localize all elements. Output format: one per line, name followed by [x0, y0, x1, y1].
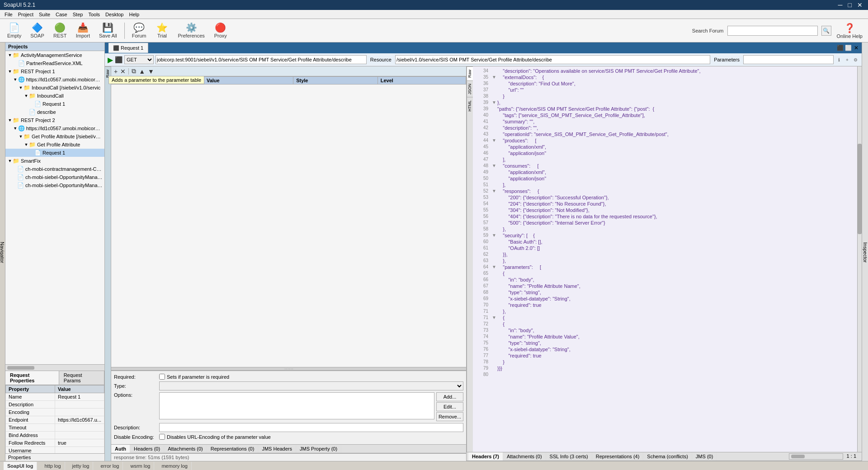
soap-button[interactable]: 🔷 SOAP	[27, 21, 48, 41]
menu-suite[interactable]: Suite	[36, 11, 53, 18]
description-input[interactable]	[159, 423, 463, 432]
log-tab-http[interactable]: http log	[41, 462, 65, 470]
disable-encoding-checkbox[interactable]	[159, 434, 165, 440]
rest-button[interactable]: 🟢 REST	[50, 21, 71, 41]
req-tab-headers[interactable]: Headers (0)	[130, 445, 164, 453]
forum-button[interactable]: 💬 Forum	[128, 21, 150, 41]
options-textarea[interactable]	[159, 392, 434, 419]
inspector-panel[interactable]: Inspector	[862, 42, 868, 461]
log-tab-soapui[interactable]: SoapUI log	[4, 462, 37, 470]
play-button[interactable]: ▶	[108, 56, 113, 64]
tree-toggle[interactable]: ▼	[24, 142, 29, 147]
method-dropdown-wrapper[interactable]: GET POST PUT DELETE	[124, 55, 154, 64]
move-down-button[interactable]: ▼	[147, 68, 155, 75]
trial-button[interactable]: ⭐ Trial	[151, 21, 172, 41]
req-tab-attachments[interactable]: Attachments (0)	[164, 445, 207, 453]
prop-value[interactable]	[55, 432, 104, 439]
clone-param-button[interactable]: ⧉	[131, 67, 137, 75]
tree-toggle[interactable]: ▼	[13, 77, 18, 82]
tree-toggle[interactable]: ▼	[7, 69, 13, 74]
add-param-button[interactable]: +	[113, 68, 118, 75]
resp-attachments-tab[interactable]: Attachments (0)	[503, 452, 546, 461]
online-help-button[interactable]: ❓ Online Help	[835, 21, 864, 41]
resp-tab-html[interactable]: HTML	[467, 97, 473, 114]
tree-toggle[interactable]: ▼	[7, 159, 13, 163]
tree-toggle[interactable]: ▼	[13, 126, 18, 131]
close-button[interactable]: ✕	[855, 1, 864, 9]
stop-button[interactable]: ⬛	[115, 56, 123, 63]
prop-value[interactable]	[55, 447, 104, 454]
req-tab-jms-headers[interactable]: JMS Headers	[258, 445, 296, 453]
tree-item[interactable]: ▼ 🌐 https://ld1c0567.umobi.mobicorp.te	[5, 124, 104, 132]
tree-toggle[interactable]: ▼	[7, 53, 13, 57]
prop-value[interactable]	[55, 409, 104, 416]
tree-item[interactable]: ▼ 📁 InboundCall	[5, 92, 104, 100]
request-tab[interactable]: ⬛ Request 1	[108, 43, 148, 53]
req-tab-jms-property[interactable]: JMS Property (0)	[296, 445, 341, 453]
resp-schema-tab[interactable]: Schema (conflicts)	[643, 452, 692, 461]
tree-item[interactable]: 📄 ch-mobi-siebel-OpportunityManageme	[5, 173, 104, 181]
tab-restore-icon[interactable]: ⬛	[836, 44, 844, 52]
prop-value[interactable]	[55, 424, 104, 432]
params-input[interactable]	[743, 55, 834, 64]
prop-value[interactable]: true	[55, 439, 104, 447]
prop-value[interactable]: Request 1	[55, 393, 104, 401]
proxy-button[interactable]: 🔴 Proxy	[210, 21, 231, 41]
remove-param-button[interactable]: ✕	[119, 68, 127, 75]
tree-item[interactable]: 📄 PartnerReadService.XML	[5, 59, 104, 67]
search-input[interactable]	[727, 26, 818, 36]
minimize-button[interactable]: ─	[836, 1, 844, 9]
remove-option-button[interactable]: Remove...	[436, 412, 463, 421]
log-tab-memory[interactable]: memory log	[158, 462, 191, 470]
json-scrollbar[interactable]	[857, 66, 862, 452]
tab-close-icon[interactable]: ✕	[853, 44, 860, 52]
tree-item[interactable]: 📄 Request 1	[5, 149, 104, 157]
tree-toggle[interactable]: ▼	[24, 94, 29, 98]
type-select[interactable]	[159, 381, 463, 390]
json-fold-icon[interactable]: ▼	[492, 75, 496, 80]
menu-help[interactable]: Help	[126, 11, 142, 18]
resp-ssl-tab[interactable]: SSL Info (3 certs)	[546, 452, 592, 461]
resp-tab-json[interactable]: JSON	[467, 80, 473, 97]
tree-toggle[interactable]: ▼	[18, 134, 24, 139]
prop-value[interactable]	[55, 401, 104, 409]
menu-desktop[interactable]: Desktop	[103, 11, 126, 18]
import-button[interactable]: 📥 Import	[72, 21, 94, 41]
json-fold-icon[interactable]: ▼	[492, 138, 496, 143]
menu-case[interactable]: Case	[53, 11, 70, 18]
resp-tab-raw[interactable]: Raw	[467, 66, 473, 80]
info-icon[interactable]: ℹ	[835, 56, 843, 63]
log-tab-error[interactable]: error log	[97, 462, 123, 470]
tab-request-properties[interactable]: Request Properties	[5, 371, 59, 385]
navigator-panel[interactable]: Navigator	[0, 42, 5, 461]
resource-input[interactable]	[395, 55, 710, 64]
param-table-area[interactable]: Name Value Style Level	[111, 76, 466, 367]
resp-representations-tab[interactable]: Representations (4)	[592, 452, 644, 461]
add-option-button[interactable]: Add...	[436, 392, 463, 401]
json-fold-icon[interactable]: ▼	[492, 233, 496, 238]
json-fold-icon[interactable]: ▼	[492, 188, 496, 193]
resp-hscroll[interactable]	[789, 453, 843, 460]
resp-headers-tab[interactable]: Headers (7)	[468, 452, 503, 461]
tree-item[interactable]: 📄 ch-mobi-contractmanagement-Contrac	[5, 165, 104, 173]
prop-value[interactable]: https://ld1c0567.u...	[55, 416, 104, 424]
tree-item[interactable]: 📄 ch-mobi-siebel-OpportunityManageme	[5, 181, 104, 189]
add-param-icon[interactable]: +	[844, 56, 851, 63]
req-tab-representations[interactable]: Representations (0)	[207, 445, 259, 453]
resize-handle[interactable]: ⋯ ⋯	[111, 367, 466, 371]
menu-step[interactable]: Step	[70, 11, 86, 18]
maximize-button[interactable]: □	[846, 1, 854, 9]
tree-item[interactable]: ▼ 📁 Get Profile Attribute [/siebel/v1.0	[5, 132, 104, 141]
save-all-button[interactable]: 💾 Save All	[95, 21, 121, 41]
json-fold-icon[interactable]: ▼	[492, 163, 496, 168]
tree-item[interactable]: ▼ 📁 Get Profile Attribute	[5, 141, 104, 149]
tab-request-params[interactable]: Request Params	[59, 371, 104, 385]
tree-toggle[interactable]: ▼	[7, 118, 13, 122]
json-fold-icon[interactable]: ▼	[492, 264, 496, 269]
log-tab-jetty[interactable]: jetty log	[69, 462, 94, 470]
tree-item[interactable]: 📄 Request 1	[5, 100, 104, 108]
empty-button[interactable]: 📄 Empty	[4, 21, 25, 41]
json-fold-icon[interactable]: ▼	[492, 315, 496, 320]
projects-hscroll[interactable]	[5, 364, 104, 371]
move-up-button[interactable]: ▲	[138, 68, 146, 75]
